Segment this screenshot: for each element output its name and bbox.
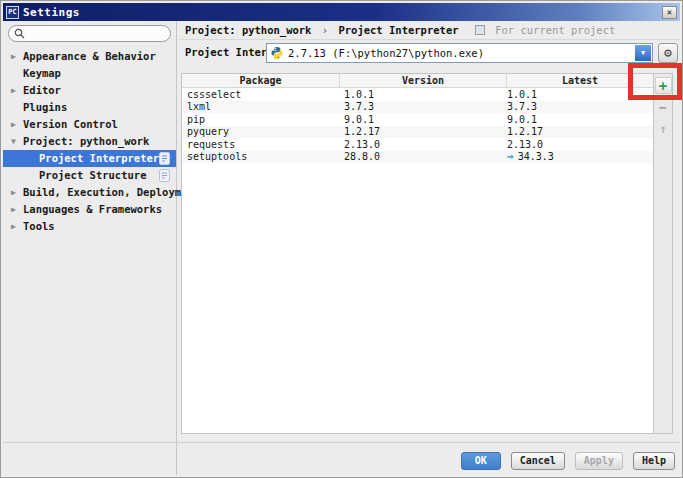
breadcrumb-page: Project Interpreter [338,24,458,36]
table-row[interactable]: requests 2.13.0 2.13.0 [182,138,653,151]
chevron-right-icon[interactable]: ▶ [11,201,23,218]
pycharm-icon: PC [6,6,19,19]
table-row[interactable]: cssselect 1.0.1 1.0.1 [182,88,653,101]
chevron-right-icon[interactable]: ▶ [11,48,23,65]
python-icon [270,46,284,60]
packages-table: Package Version Latest cssselect 1.0.1 1… [181,73,654,434]
footer-buttons: OK Cancel Apply Help [461,452,675,470]
scope-note: For current project [495,24,615,36]
ok-button[interactable]: OK [461,452,501,470]
help-button[interactable]: Help [633,452,675,470]
breadcrumb: Project: python_work › Project Interpret… [178,21,680,40]
sidebar-item-plugins[interactable]: Plugins [3,99,176,116]
chevron-right-icon[interactable]: ▶ [11,82,23,99]
search-icon [14,28,25,39]
sidebar-item-project-python-work[interactable]: ▼Project: python_work [3,133,176,150]
apply-button[interactable]: Apply [575,452,623,470]
scope-icon [475,25,485,35]
table-row[interactable]: setuptools 28.8.0 → 34.3.3 [182,151,653,164]
gear-icon[interactable]: ⚙ [658,43,678,63]
sidebar-item-build-execution-deployment[interactable]: ▶Build, Execution, Deployment [3,184,176,201]
column-header-version[interactable]: Version [340,74,507,87]
upgrade-arrow-icon: → [507,150,514,163]
titlebar: PC Settings ✕ [3,3,680,21]
sidebar-item-keymap[interactable]: Keymap [3,65,176,82]
upgrade-package-button[interactable]: ↑ [655,122,672,139]
table-header: Package Version Latest [182,74,653,88]
cancel-button[interactable]: Cancel [511,452,565,470]
close-icon[interactable]: ✕ [662,6,677,19]
settings-window: PC Settings ✕ ▶Appearance & Behavior Key… [0,0,683,478]
settings-sidebar: ▶Appearance & Behavior Keymap ▶Editor Pl… [3,21,177,475]
packages-toolbar: + − ↑ [654,73,673,434]
sidebar-item-editor[interactable]: ▶Editor [3,82,176,99]
column-header-latest[interactable]: Latest [507,74,653,87]
sidebar-item-tools[interactable]: ▶Tools [3,218,176,235]
remove-package-button[interactable]: − [655,100,672,117]
sidebar-item-version-control[interactable]: ▶Version Control [3,116,176,133]
sidebar-item-appearance-behavior[interactable]: ▶Appearance & Behavior [3,48,176,65]
chevron-right-icon[interactable]: ▶ [11,184,23,201]
table-row[interactable]: pyquery 1.2.17 1.2.17 [182,126,653,139]
search-input[interactable] [8,25,171,42]
sidebar-item-project-structure[interactable]: Project Structure [3,167,176,184]
dropdown-arrow-icon[interactable]: ▼ [635,45,651,61]
interpreter-select[interactable]: 2.7.13 (F:\python27\python.exe) ▼ [266,43,653,63]
chevron-right-icon[interactable]: ▶ [11,218,23,235]
add-package-button[interactable]: + [655,77,672,94]
table-row[interactable]: pip 9.0.1 9.0.1 [182,113,653,126]
footer-divider [3,442,680,443]
breadcrumb-separator: › [318,24,332,36]
chevron-down-icon[interactable]: ▼ [11,133,23,150]
table-row[interactable]: lxml 3.7.3 3.7.3 [182,101,653,114]
sidebar-item-languages-frameworks[interactable]: ▶Languages & Frameworks [3,201,176,218]
interpreter-value: 2.7.13 (F:\python27\python.exe) [288,47,484,59]
window-title: Settings [23,6,80,19]
chevron-right-icon[interactable]: ▶ [11,116,23,133]
settings-tree: ▶Appearance & Behavior Keymap ▶Editor Pl… [3,48,176,235]
column-header-package[interactable]: Package [182,74,340,87]
breadcrumb-project[interactable]: Project: python_work [185,24,311,36]
sidebar-item-project-interpreter[interactable]: Project Interpreter [3,150,176,167]
